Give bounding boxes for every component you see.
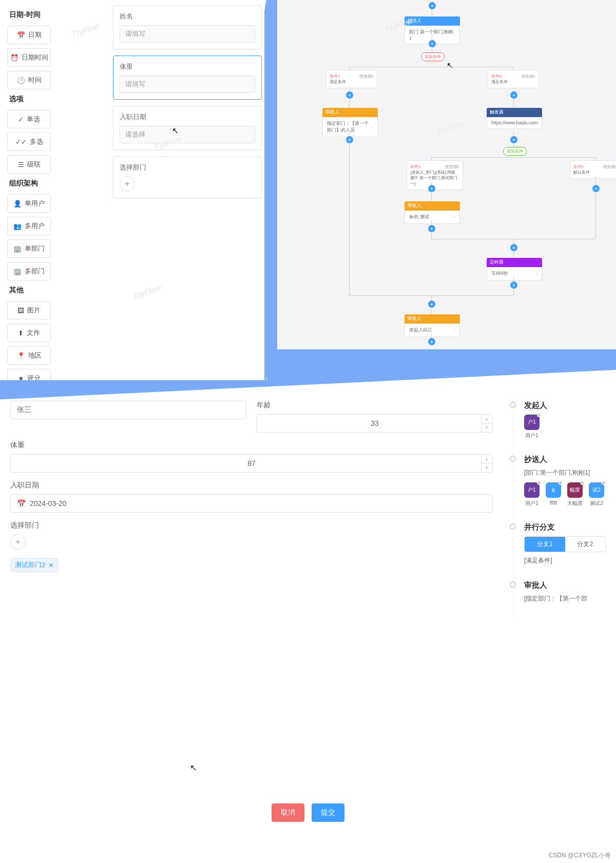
approver-node-1[interactable]: 审批人 指定部门：【第一个部门】的人员› (322, 108, 378, 137)
comp-image[interactable]: 🖼图片 (7, 301, 51, 320)
add-node-button[interactable]: + (510, 91, 517, 99)
comp-region[interactable]: 📍地区 (7, 346, 51, 365)
dept-tag[interactable]: 测试部门2 ✕ (10, 558, 59, 572)
field-name[interactable]: 姓名 请填写 (113, 5, 262, 49)
field-weight-input[interactable]: 请填写 (120, 76, 255, 93)
cursor-icon: ↖ (190, 763, 197, 772)
cancel-button[interactable]: 取消 (272, 803, 304, 822)
add-node-button[interactable]: + (346, 91, 353, 99)
field-dept-label: 选择部门 (120, 163, 255, 172)
branch-tabs[interactable]: 分支1 分支2 (524, 536, 606, 552)
location-icon: 📍 (17, 352, 25, 360)
submit-button[interactable]: 提交 (312, 803, 344, 822)
avatar[interactable]: 户1用户1 (524, 482, 540, 507)
add-condition-pill[interactable]: 添加条件 (503, 147, 527, 156)
approver-title: 审批人 (524, 580, 606, 590)
cascade-icon: ☰ (18, 161, 24, 168)
field-hiredate[interactable]: 入职日期 请选择 (113, 106, 262, 150)
chevron-up-icon: ▲ (482, 415, 492, 424)
form-preview-panel: 张三 年龄 33 ▲▼ 体重 87 ▲▼ 入职日期 (0, 370, 616, 863)
hiredate-label: 入职日期 (10, 481, 493, 490)
depts-icon: 🏢 (13, 268, 22, 275)
comp-datetime[interactable]: ⏰日期时间 (7, 48, 51, 67)
comp-rating[interactable]: ★评分 (7, 369, 51, 387)
multi-check-icon: ✓✓ (15, 138, 27, 146)
close-icon[interactable]: ✕ (48, 561, 54, 569)
comp-date[interactable]: 📅日期 (7, 26, 51, 44)
comp-time[interactable]: 🕐时间 (7, 71, 51, 89)
dept-icon: 🏢 (13, 245, 22, 253)
comp-checkbox[interactable]: ✓✓多选 (7, 133, 51, 151)
section-option-title: 选项 (9, 95, 100, 104)
add-node-button[interactable]: + (510, 282, 517, 289)
check-icon: ✓ (18, 116, 24, 123)
weight-stepper[interactable]: ▲▼ (481, 455, 492, 472)
add-node-button[interactable]: + (510, 244, 517, 251)
condition-box-4[interactable]: 条件2优先级2 默认条件 (570, 160, 616, 179)
approver-sub: [指定部门：【第一个部 (524, 594, 606, 603)
section-org-title: 组织架构 (9, 179, 100, 188)
age-input[interactable]: 33 ▲▼ (257, 414, 493, 433)
trigger-node[interactable]: 触发器 https://www.baidu.com› (487, 108, 542, 129)
section-datetime-title: 日期-时间 (9, 10, 100, 20)
add-node-button[interactable]: + (428, 301, 435, 308)
field-weight[interactable]: 体重 请填写 (113, 55, 262, 100)
flowchart-panel: + 抄送人 部门 第一个部门,刚刚1› + 添加条件 ↖ 条件1优先级1 满足条… (277, 0, 616, 349)
initiator-title: 发起人 (524, 401, 606, 410)
step-dot-icon (510, 523, 516, 530)
add-node-button[interactable]: + (429, 2, 436, 9)
add-node-button[interactable]: + (510, 136, 517, 143)
comp-multi-dept[interactable]: 🏢多部门 (7, 262, 51, 280)
comp-file[interactable]: ⬆文件 (7, 324, 51, 342)
avatar[interactable]: 试2测试2 (589, 482, 604, 507)
add-node-button[interactable]: + (428, 225, 435, 232)
field-hiredate-input[interactable]: 请选择 (120, 126, 255, 143)
avatar[interactable]: 户1 用户1 (524, 415, 540, 439)
age-stepper[interactable]: ▲▼ (481, 415, 492, 432)
add-node-button[interactable]: + (429, 40, 436, 47)
clock-icon: 🕐 (17, 77, 25, 84)
approver-node-3[interactable]: 审批人 发起人自己› (405, 314, 460, 337)
calendar-icon: 📅 (17, 499, 26, 508)
comp-single-dept[interactable]: 🏢单部门 (7, 239, 51, 258)
field-weight-label: 体重 (120, 62, 255, 71)
upload-icon: ⬆ (18, 329, 24, 337)
approver-node-2[interactable]: 审批人 角色:测试› (405, 201, 460, 224)
condition-box-1[interactable]: 条件1优先级1 满足条件 (326, 70, 377, 88)
cursor-icon: ↖ (447, 61, 453, 70)
tab-branch1[interactable]: 分支1 (525, 537, 565, 552)
section-other-title: 其他 (9, 286, 100, 295)
condition-box-3[interactable]: 条件1优先级1 {发起人_部门}[系统] 同级属于 第一个部门,测试部门一] (407, 160, 463, 190)
tab-branch2[interactable]: 分支2 (565, 537, 606, 552)
dept-label: 选择部门 (10, 521, 493, 530)
add-condition-pill[interactable]: 添加条件 (421, 52, 445, 61)
parallel-cond: [满足条件] (524, 556, 606, 565)
add-dept-button[interactable]: + (10, 534, 26, 550)
form-builder-panel: 日期-时间 📅日期 ⏰日期时间 🕐时间 选项 ✓单选 ✓✓多选 ☰级联 组织架构… (0, 0, 267, 380)
add-node-button[interactable]: + (428, 338, 435, 345)
avatar[interactable]: ttttttt (546, 482, 561, 507)
avatar[interactable]: 幅度大幅度 (567, 482, 583, 507)
timer-node[interactable]: 定时器 等待5秒› (487, 258, 542, 280)
name-input[interactable]: 张三 (10, 401, 246, 419)
user-icon: 👤 (13, 200, 22, 208)
add-node-button[interactable]: + (592, 185, 600, 192)
hiredate-input[interactable]: 📅 2024-03-20 (10, 494, 493, 513)
add-dept-button[interactable]: + (120, 176, 135, 192)
field-name-input[interactable]: 请填写 (120, 25, 255, 43)
comp-radio[interactable]: ✓单选 (7, 110, 51, 128)
add-node-button[interactable]: + (428, 185, 435, 192)
comp-multi-user[interactable]: 👥多用户 (7, 217, 51, 235)
chevron-down-icon: ▼ (482, 464, 492, 473)
clock-icon: ⏰ (10, 54, 18, 62)
field-dept[interactable]: 选择部门 + (113, 156, 262, 198)
cc-title: 抄送人 (524, 455, 606, 464)
add-node-button[interactable]: + (346, 136, 353, 143)
field-hiredate-label: 入职日期 (120, 112, 255, 122)
cc-sub: [部门:第一个部门,刚刚1] (524, 468, 606, 477)
condition-box-2[interactable]: 条件2优先级2 满足条件 (488, 70, 539, 88)
comp-cascade[interactable]: ☰级联 (7, 155, 51, 174)
parallel-title: 并行分支 (524, 522, 606, 532)
comp-single-user[interactable]: 👤单用户 (7, 194, 51, 213)
weight-input[interactable]: 87 ▲▼ (10, 454, 493, 473)
